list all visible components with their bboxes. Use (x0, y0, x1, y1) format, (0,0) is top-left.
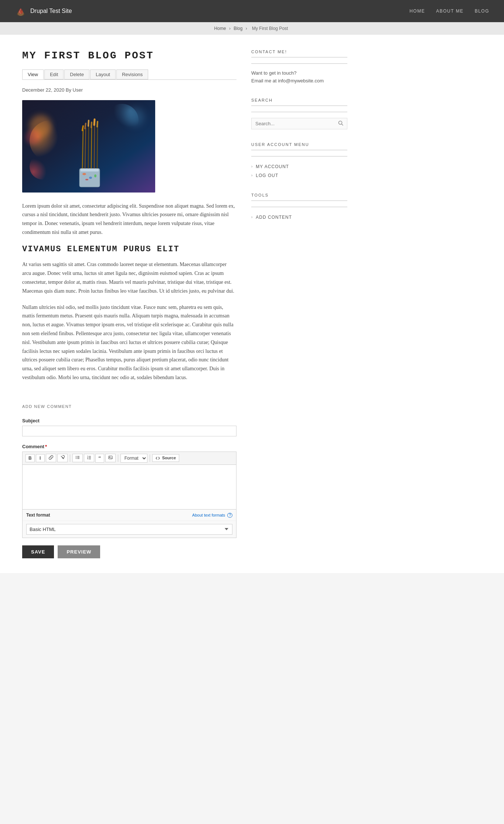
link-icon (49, 455, 53, 460)
toolbar-source[interactable]: Source (152, 454, 179, 462)
toolbar-separator-3 (150, 454, 150, 462)
toolbar-italic[interactable]: I (36, 454, 45, 462)
sidebar-contact-line1: Want to get in touch? (251, 69, 347, 77)
toolbar-blockquote[interactable]: “ (95, 454, 104, 463)
tab-view[interactable]: View (22, 69, 44, 79)
image-icon (108, 455, 113, 460)
svg-line-17 (94, 119, 95, 125)
breadcrumb-blog[interactable]: Blog (234, 26, 242, 31)
sidebar-tools-divider (251, 207, 347, 207)
sidebar-contact: CONTACT ME! Want to get in touch? Email … (251, 50, 347, 85)
search-button[interactable] (334, 118, 347, 129)
breadcrumb-home[interactable]: Home (214, 26, 226, 31)
sidebar-contact-line2: Email me at info@mywebsite.com (251, 77, 347, 85)
sidebar-item-add-content[interactable]: › ADD CONTENT (251, 213, 347, 222)
search-box (251, 118, 347, 129)
svg-line-13 (88, 120, 89, 126)
tab-edit[interactable]: Edit (44, 69, 64, 79)
subject-group: Subject (22, 418, 236, 436)
logo-icon (15, 5, 27, 17)
preview-button[interactable]: PREVIEW (58, 545, 100, 558)
toolbar-unlink[interactable] (57, 454, 68, 462)
comment-editor-body[interactable] (23, 465, 236, 509)
num-list-icon: 1. 2. 3. (87, 455, 91, 460)
tab-revisions[interactable]: Revisions (116, 69, 148, 79)
site-header: Drupal Test Site HOME ABOUT ME BLOG (0, 0, 504, 22)
svg-point-23 (85, 179, 88, 180)
sidebar-contact-divider (251, 63, 347, 64)
svg-rect-7 (81, 168, 99, 171)
toolbar-format-select[interactable]: Format (120, 454, 147, 463)
tab-delete[interactable]: Delete (64, 69, 89, 79)
sidebar-search-divider (251, 112, 347, 112)
svg-point-21 (89, 177, 92, 179)
toolbar-bullet-list[interactable] (72, 454, 83, 462)
action-buttons: SAVE PREVIEW (22, 545, 236, 558)
editor-toolbar: B I (23, 452, 236, 465)
svg-line-10 (85, 128, 86, 168)
post-meta: December 22, 2020 By User (22, 87, 236, 93)
search-input[interactable] (252, 118, 334, 129)
comment-label: Comment* (22, 444, 236, 449)
svg-line-11 (85, 123, 86, 129)
sidebar-item-log-out[interactable]: › LOG OUT (251, 171, 347, 180)
nav-home[interactable]: HOME (409, 8, 425, 14)
text-format-section: Text format About text formats ? Basic H… (22, 510, 236, 538)
svg-line-15 (91, 122, 92, 127)
sidebar-tools-title: TOOLS (251, 193, 347, 201)
toolbar-separator-1 (70, 454, 70, 462)
editor-wrapper: B I (22, 452, 236, 510)
text-format-label: Text format (26, 513, 50, 518)
svg-line-24 (61, 456, 64, 459)
about-formats-link[interactable]: About text formats ? (192, 513, 232, 517)
svg-point-22 (94, 174, 96, 177)
svg-line-16 (94, 124, 95, 168)
page-wrapper: MY FIRST BLOG POST View Edit Delete Layo… (0, 35, 504, 573)
svg-rect-37 (109, 456, 112, 459)
sidebar-user-account-title: USER ACCOUNT MENU (251, 142, 347, 150)
help-icon: ? (227, 513, 232, 518)
toolbar-num-list[interactable]: 1. 2. 3. (84, 454, 94, 462)
text-format-header: Text format About text formats ? (23, 510, 236, 521)
svg-point-4 (30, 154, 55, 180)
post-body-3: Nullam ultricies nisl odio, sed mollis j… (22, 303, 236, 382)
post-title: MY FIRST BLOG POST (22, 50, 236, 62)
content-area: MY FIRST BLOG POST View Edit Delete Layo… (0, 35, 504, 573)
svg-line-19 (97, 122, 98, 127)
site-logo: Drupal Test Site (15, 5, 72, 17)
toolbar-bold[interactable]: B (25, 454, 35, 462)
nav-about[interactable]: ABOUT ME (436, 8, 463, 14)
svg-point-20 (82, 173, 86, 175)
sidebar: CONTACT ME! Want to get in touch? Email … (251, 50, 347, 558)
sidebar-user-account-divider (251, 156, 347, 157)
toolbar-image[interactable] (105, 454, 116, 462)
svg-line-9 (82, 126, 83, 130)
text-format-select[interactable]: Basic HTML Full HTML Plain text (26, 524, 232, 535)
tab-layout[interactable]: Layout (90, 69, 116, 79)
chevron-right-icon-3: › (251, 215, 253, 219)
svg-line-12 (88, 125, 89, 168)
sidebar-tools: TOOLS › ADD CONTENT (251, 193, 347, 222)
nav-blog[interactable]: BLOG (475, 8, 489, 14)
toolbar-link[interactable] (46, 454, 56, 462)
svg-point-27 (76, 457, 76, 458)
post-body-1: Lorem ipsum dolor sit amet, consectetur … (22, 202, 236, 237)
comment-group: Comment* B I (22, 444, 236, 538)
chevron-right-icon-2: › (251, 173, 253, 177)
subject-label: Subject (22, 418, 236, 423)
sidebar-user-account: USER ACCOUNT MENU › MY ACCOUNT › LOG OUT (251, 142, 347, 180)
sidebar-item-my-account[interactable]: › MY ACCOUNT (251, 162, 347, 171)
comment-section: ADD NEW COMMENT Subject Comment* B (22, 397, 236, 558)
toolbar-separator-2 (118, 454, 118, 462)
source-code-icon (156, 456, 160, 460)
svg-point-25 (76, 456, 76, 457)
save-button[interactable]: SAVE (22, 545, 54, 558)
sidebar-search-title: SEARCH (251, 98, 347, 106)
post-body-2: At varius sem sagittis sit amet. Cras co… (22, 260, 236, 295)
unlink-icon (60, 455, 65, 460)
svg-line-40 (342, 124, 343, 125)
subject-input[interactable] (22, 426, 236, 436)
svg-line-8 (82, 130, 83, 168)
svg-line-14 (91, 127, 92, 168)
main-nav: HOME ABOUT ME BLOG (409, 8, 489, 14)
